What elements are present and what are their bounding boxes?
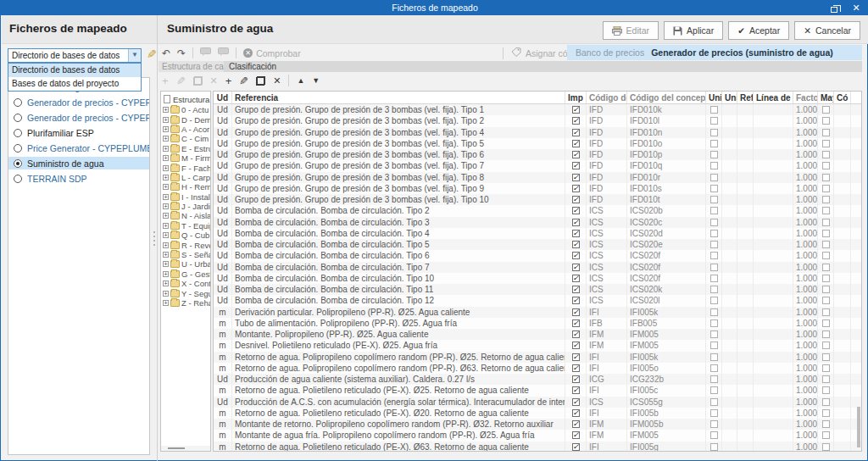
- expand-icon[interactable]: +: [163, 223, 169, 229]
- uni-checkbox[interactable]: [710, 375, 718, 383]
- expand-icon[interactable]: +: [163, 252, 169, 258]
- uni-checkbox[interactable]: [710, 129, 718, 136]
- radio-button[interactable]: [14, 129, 22, 137]
- table-row[interactable]: mDerivación particular. Polipropileno (P…: [214, 307, 861, 318]
- expand-icon[interactable]: +: [163, 291, 169, 297]
- table-row[interactable]: UdBomba de circulación. Bomba de circula…: [214, 239, 861, 250]
- imp-checkbox[interactable]: [572, 364, 580, 372]
- uni-checkbox[interactable]: [710, 151, 718, 158]
- may-checkbox[interactable]: [822, 151, 830, 158]
- may-checkbox[interactable]: [822, 196, 830, 203]
- uni-checkbox[interactable]: [710, 162, 718, 169]
- table-row[interactable]: UdBomba de circulación. Bomba de circula…: [214, 284, 861, 295]
- add-icon-disabled[interactable]: +: [162, 75, 169, 87]
- expand-icon[interactable]: +: [163, 271, 169, 277]
- imp-checkbox[interactable]: [572, 342, 580, 349]
- imp-checkbox[interactable]: [572, 319, 580, 327]
- may-checkbox[interactable]: [822, 264, 830, 271]
- may-checkbox[interactable]: [822, 286, 830, 293]
- uni-checkbox[interactable]: [710, 140, 718, 147]
- comment-add-icon[interactable]: [200, 47, 211, 59]
- redo-icon[interactable]: ↷: [177, 47, 186, 59]
- table-row[interactable]: UdBomba de circulación. Bomba de circula…: [214, 228, 861, 239]
- table-row[interactable]: UdBomba de circulación. Bomba de circula…: [214, 273, 861, 284]
- imp-checkbox[interactable]: [572, 117, 580, 125]
- expand-icon[interactable]: +: [163, 155, 169, 161]
- editar-button[interactable]: Editar: [603, 21, 659, 40]
- radio-button[interactable]: [14, 159, 22, 168]
- tree-item[interactable]: +C - Cim: [161, 134, 210, 143]
- table-row[interactable]: UdBomba de circulación. Bomba de circula…: [214, 295, 861, 306]
- move-down-icon[interactable]: ▼: [312, 76, 320, 85]
- table-row[interactable]: UdBomba de circulación. Bomba de circula…: [214, 217, 861, 228]
- column-header[interactable]: Có: [834, 92, 851, 103]
- may-checkbox[interactable]: [822, 185, 830, 192]
- imp-checkbox[interactable]: [572, 140, 580, 147]
- imp-checkbox[interactable]: [572, 174, 580, 181]
- may-checkbox[interactable]: [822, 431, 830, 439]
- restore-icon[interactable]: [823, 1, 845, 15]
- imp-checkbox[interactable]: [572, 308, 580, 316]
- may-checkbox[interactable]: [822, 207, 830, 214]
- may-checkbox[interactable]: [822, 308, 830, 316]
- database-list-item[interactable]: Price Generator - CYPEPLUMBING Water...: [8, 142, 149, 154]
- tree-item[interactable]: +N - Aisla: [161, 211, 210, 220]
- expand-icon[interactable]: +: [163, 136, 169, 142]
- may-checkbox[interactable]: [822, 297, 830, 304]
- option-proyecto[interactable]: Bases de datos del proyecto: [8, 77, 141, 91]
- column-header[interactable]: Línea de c: [754, 92, 793, 103]
- imp-checkbox[interactable]: [572, 386, 580, 394]
- expand-icon[interactable]: +: [163, 146, 169, 152]
- database-list-item[interactable]: TERRAIN SDP: [8, 172, 149, 185]
- imp-checkbox[interactable]: [572, 431, 580, 439]
- tree-item[interactable]: +Z - Reha: [161, 298, 210, 308]
- expand-icon[interactable]: +: [163, 300, 169, 306]
- imp-checkbox[interactable]: [572, 106, 580, 114]
- tree-item[interactable]: +R - Reve: [161, 240, 210, 249]
- imp-checkbox[interactable]: [572, 398, 580, 406]
- table-row[interactable]: UdProducción de A.C.S. con acumulación (…: [214, 397, 861, 408]
- table-row[interactable]: mDesnivel. Polietileno reticulado (PE-X)…: [214, 340, 861, 351]
- may-checkbox[interactable]: [822, 230, 830, 237]
- uni-checkbox[interactable]: [710, 443, 718, 451]
- column-header[interactable]: Ud: [214, 92, 232, 103]
- uni-checkbox[interactable]: [710, 386, 718, 394]
- column-header[interactable]: Código del concepto: [627, 92, 706, 103]
- uni-checkbox[interactable]: [710, 207, 718, 214]
- copy-icon[interactable]: [256, 76, 265, 86]
- expand-icon[interactable]: +: [163, 280, 169, 286]
- tree-item[interactable]: +U - Urba: [161, 259, 210, 269]
- tree-item[interactable]: +F - Fach: [161, 163, 210, 172]
- undo-icon[interactable]: ↶: [162, 47, 170, 59]
- database-list-item[interactable]: Generador de precios - CYPEPLUMBING ...: [8, 96, 149, 108]
- expand-icon[interactable]: +: [163, 261, 169, 267]
- may-checkbox[interactable]: [822, 409, 830, 417]
- table-row[interactable]: mRetorno de agua. Polietileno reticulado…: [214, 442, 861, 453]
- expand-icon[interactable]: +: [163, 165, 169, 171]
- table-vscroll-thumb[interactable]: [857, 407, 860, 447]
- imp-checkbox[interactable]: [572, 297, 580, 304]
- uni-checkbox[interactable]: [710, 219, 718, 226]
- uni-checkbox[interactable]: [710, 342, 718, 349]
- expand-icon[interactable]: +: [163, 232, 169, 238]
- column-header[interactable]: Referencia: [232, 92, 565, 103]
- uni-checkbox[interactable]: [710, 353, 718, 361]
- delete-icon-disabled[interactable]: ✕: [210, 75, 218, 86]
- may-checkbox[interactable]: [822, 375, 830, 383]
- may-checkbox[interactable]: [822, 129, 830, 136]
- tab-clasificacion[interactable]: Clasificación: [229, 61, 276, 72]
- may-checkbox[interactable]: [822, 386, 830, 394]
- imp-checkbox[interactable]: [572, 252, 580, 259]
- expand-icon[interactable]: +: [163, 126, 169, 132]
- close-icon[interactable]: ✕: [845, 1, 867, 15]
- may-checkbox[interactable]: [822, 398, 830, 406]
- table-row[interactable]: mRetorno de agua. Polietileno reticulado…: [214, 408, 861, 419]
- cancelar-button[interactable]: ✕ Cancelar: [794, 21, 860, 40]
- expand-icon[interactable]: +: [163, 117, 169, 123]
- banco-precios-label[interactable]: Banco de precios: [576, 47, 644, 58]
- uni-checkbox[interactable]: [710, 196, 718, 203]
- comment-remove-icon[interactable]: [218, 47, 229, 59]
- uni-checkbox[interactable]: [710, 330, 718, 338]
- imp-checkbox[interactable]: [572, 264, 580, 271]
- may-checkbox[interactable]: [822, 106, 830, 114]
